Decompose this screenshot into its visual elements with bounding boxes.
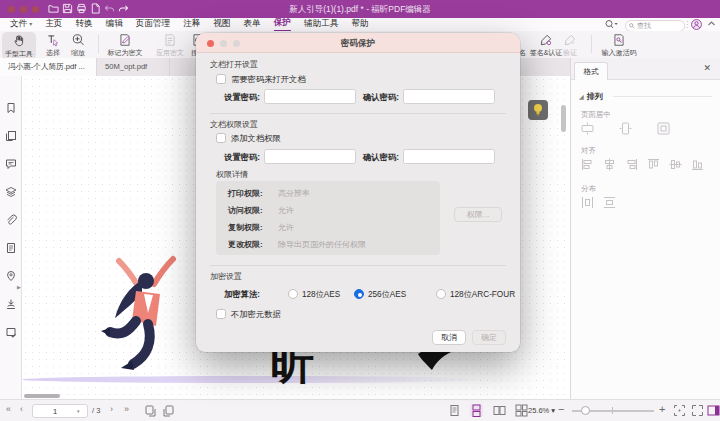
set-password-field[interactable] — [264, 89, 356, 104]
menu-file[interactable]: 文件▾ — [10, 18, 32, 31]
mark-redact-button[interactable]: 标记为密文 — [103, 33, 147, 58]
person-illustration — [86, 252, 206, 382]
zoom-slider-knob[interactable] — [581, 406, 590, 415]
tab-format[interactable]: 格式 — [574, 62, 608, 80]
swoosh-decoration — [22, 376, 492, 383]
last-page-button[interactable]: » — [124, 404, 129, 414]
zoom-in-button[interactable]: + — [659, 403, 665, 415]
ok-button[interactable]: 确定 — [472, 330, 506, 345]
distribute-vertical-icon[interactable] — [603, 196, 616, 209]
quad-pages-view-icon[interactable] — [515, 404, 528, 417]
doc-tab-active[interactable]: 冯小惠-个人简历.pdf ... — [0, 58, 96, 76]
align-top-icon[interactable] — [647, 158, 660, 171]
radio-arcfour[interactable] — [436, 289, 446, 299]
select-icon — [46, 33, 60, 47]
collapse-toolbar-icon[interactable] — [707, 19, 716, 28]
menu-home[interactable]: 主页 — [45, 18, 62, 31]
align-bottom-icon[interactable] — [691, 158, 704, 171]
center-both-icon[interactable] — [657, 122, 670, 135]
require-password-checkbox[interactable] — [216, 74, 226, 84]
set-password-input[interactable] — [265, 95, 355, 108]
zoom-level-label[interactable]: 25.6% ▾ — [528, 406, 555, 415]
hint-lightbulb-button[interactable] — [528, 100, 548, 120]
zoom-out-button[interactable]: − — [558, 403, 564, 415]
panel-expand-handle[interactable]: ▶ — [17, 284, 21, 290]
activation-code-button[interactable]: 输入激活码 — [598, 33, 640, 58]
center-horizontal-icon[interactable] — [581, 122, 594, 135]
radio-128aes[interactable] — [288, 289, 298, 299]
vertical-scrollbar[interactable] — [561, 105, 566, 132]
close-panel-icon[interactable]: ✕ — [703, 63, 711, 73]
first-page-button[interactable]: « — [6, 404, 11, 414]
radio-256aes[interactable] — [354, 289, 364, 299]
permissions-button[interactable]: 权限... — [454, 207, 502, 222]
no-metadata-checkbox[interactable] — [216, 309, 226, 319]
perm-confirm-password-field[interactable] — [403, 149, 495, 164]
avatar[interactable] — [691, 19, 702, 30]
align-right-icon[interactable] — [625, 158, 638, 171]
continuous-view-icon[interactable] — [470, 404, 483, 417]
page-number-input[interactable] — [33, 406, 77, 417]
kebab-menu-icon[interactable]: ⋮ — [683, 20, 691, 29]
page-thumbnails-icon[interactable] — [5, 130, 17, 142]
menu-edit[interactable]: 编辑 — [106, 18, 123, 31]
perm-set-password-input[interactable] — [265, 155, 355, 168]
confirm-password-input[interactable] — [404, 95, 494, 108]
next-view-icon[interactable] — [162, 404, 175, 417]
page-number-box[interactable]: ▾ — [32, 404, 88, 418]
search-input[interactable] — [637, 22, 675, 29]
fullscreen-icon[interactable] — [691, 404, 704, 417]
sign-certify-icon — [539, 33, 553, 47]
perm-row-change: 更改权限:除导出页面外的任何权限 — [228, 239, 366, 250]
hand-tool-button[interactable]: 手型工具 — [2, 32, 36, 60]
menu-view[interactable]: 视图 — [213, 18, 230, 31]
dialog-title: 密码保护 — [196, 33, 520, 53]
distribute-horizontal-icon[interactable] — [581, 196, 594, 209]
menu-page-management[interactable]: 页面管理 — [136, 18, 170, 31]
align-middle-icon[interactable] — [669, 158, 682, 171]
align-center-h-icon[interactable] — [603, 158, 616, 171]
require-password-label: 需要密码来打开文档 — [231, 74, 306, 85]
menu-form[interactable]: 表单 — [244, 18, 261, 31]
menu-comment[interactable]: 注释 — [183, 18, 200, 31]
verify-button[interactable]: 验证 — [557, 33, 583, 58]
single-page-view-icon[interactable] — [448, 404, 461, 417]
set-password-label: 设置密码: — [224, 92, 260, 103]
left-sidebar: ▶ — [0, 76, 22, 399]
form-fields-icon[interactable] — [5, 326, 17, 338]
comments-icon[interactable] — [5, 158, 17, 170]
layers-icon[interactable] — [5, 186, 17, 198]
fit-page-icon[interactable] — [673, 404, 686, 417]
menu-convert[interactable]: 转换 — [75, 18, 92, 31]
align-left-icon[interactable] — [581, 158, 594, 171]
signature-icon[interactable] — [5, 298, 17, 310]
previous-page-button[interactable]: ‹ — [20, 404, 23, 414]
menu-help[interactable]: 帮助 — [351, 18, 368, 31]
perm-confirm-password-input[interactable] — [404, 155, 494, 168]
horizontal-scrollbar[interactable] — [24, 394, 60, 398]
previous-view-icon[interactable] — [144, 404, 157, 417]
confirm-password-field[interactable] — [403, 89, 495, 104]
menu-protect[interactable]: 保护 — [274, 17, 291, 31]
panel-toggle-icon[interactable] — [707, 404, 720, 417]
align-label: 对齐 — [581, 146, 596, 156]
attachments-icon[interactable] — [5, 214, 17, 226]
zoom-tool-button[interactable]: 缩放 — [63, 33, 93, 58]
search-field[interactable] — [625, 20, 685, 32]
center-vertical-icon[interactable] — [619, 122, 632, 135]
chevron-down-icon[interactable]: ▾ — [77, 408, 80, 414]
arrange-section-header[interactable]: ◢排列 — [579, 91, 603, 102]
location-pin-icon[interactable] — [5, 270, 17, 282]
search-history-icon[interactable] — [604, 19, 618, 29]
facing-pages-view-icon[interactable] — [493, 404, 506, 417]
menu-accessibility[interactable]: 辅助工具 — [304, 18, 338, 31]
cancel-button[interactable]: 取消 — [432, 330, 466, 345]
doc-tab-inactive[interactable]: 50M_opt.pdf — [96, 58, 170, 76]
add-permission-label: 添加文档权限 — [231, 133, 281, 144]
perm-set-password-field[interactable] — [264, 149, 356, 164]
add-permission-checkbox[interactable] — [216, 133, 226, 143]
bookmarks-icon[interactable] — [5, 102, 17, 114]
destinations-icon[interactable] — [5, 242, 17, 254]
next-page-button[interactable]: › — [110, 404, 113, 414]
menubar: 文件▾ 主页 转换 编辑 页面管理 注释 视图 表单 保护 辅助工具 帮助 ⋮ — [0, 18, 720, 32]
